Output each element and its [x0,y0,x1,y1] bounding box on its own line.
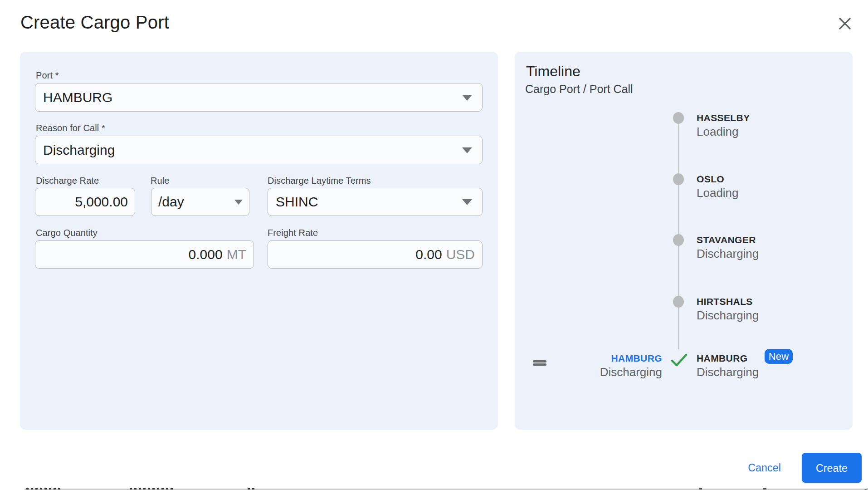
chevron-down-icon [234,200,243,205]
check-icon [670,352,688,368]
close-icon[interactable] [836,15,853,32]
discharge-laytime-terms-select[interactable]: SHINC [268,188,483,216]
timeline-dot [673,173,684,185]
timeline-item-activity: Loading [697,186,846,200]
drag-handle-bar [533,363,546,366]
discharge-rate-value: 5,000.00 [75,194,128,210]
page-bottom-text-fragment [26,488,61,490]
timeline-title: Timeline [526,63,580,80]
reason-for-call-value: Discharging [43,142,115,158]
timeline-item-port: HIRTSHALS [697,295,846,309]
page-title: Create Cargo Port [20,11,169,34]
rule-select[interactable]: /day [151,188,249,216]
chevron-down-icon [462,199,472,205]
discharge-rate-label: Discharge Rate [36,175,99,186]
timeline-dot [673,234,684,246]
cargo-quantity-input[interactable]: 0.000 MT [35,240,254,269]
timeline-subtitle: Cargo Port / Port Call [525,82,633,96]
timeline-item-activity: Loading [697,125,846,138]
drag-handle-bar [533,360,546,363]
new-badge: New [765,349,793,364]
cargo-quantity-unit: MT [227,247,246,262]
timeline-drag-label-activity: Discharging [558,365,662,379]
reason-for-call-select[interactable]: Discharging [35,136,483,164]
timeline-item-port: STAVANGER [697,233,846,247]
discharge-rate-input[interactable]: 5,000.00 [35,188,135,216]
port-label: Port * [36,70,59,81]
timeline-item-oslo: OSLO Loading [697,172,846,200]
create-button[interactable]: Create [802,453,862,483]
freight-rate-unit: USD [446,247,475,262]
page-bottom-text-fragment [763,488,766,490]
chevron-down-icon [462,95,472,101]
freight-rate-value: 0.00 [415,247,442,262]
cancel-button[interactable]: Cancel [748,461,781,474]
freight-rate-input[interactable]: 0.00 USD [268,240,483,269]
page-bottom-text-fragment [130,488,173,490]
close-icon-glyph [838,16,852,31]
timeline-dot [673,296,684,308]
discharge-laytime-terms-value: SHINC [276,194,318,210]
create-cargo-port-dialog: Create Cargo Port Port * HAMBURG Reason … [0,0,868,490]
page-bottom-text-fragment [862,485,868,490]
cargo-quantity-label: Cargo Quantity [36,227,98,238]
timeline-drag-label-port: HAMBURG [558,352,662,365]
timeline-item-stavanger: STAVANGER Discharging [697,233,846,260]
freight-rate-label: Freight Rate [268,227,318,238]
port-select-value: HAMBURG [43,90,112,105]
page-bottom-text-fragment [699,488,702,490]
timeline-item-hasselby: HASSELBY Loading [697,111,846,138]
timeline-drag-label: HAMBURG Discharging [558,352,662,379]
timeline-item-activity: Discharging [697,309,846,322]
timeline-item-port: HASSELBY [697,111,846,125]
rule-select-value: /day [158,194,184,210]
discharge-laytime-terms-label: Discharge Laytime Terms [268,175,371,186]
port-select[interactable]: HAMBURG [35,83,483,112]
reason-for-call-label: Reason for Call * [36,122,105,133]
page-bottom-text-fragment [248,488,255,490]
timeline-item-activity: Discharging [697,247,846,260]
rule-label: Rule [151,175,170,186]
timeline-dot [673,112,684,124]
timeline-item-port: OSLO [697,172,846,186]
drag-handle-icon[interactable] [533,360,546,366]
cargo-quantity-value: 0.000 [189,247,223,262]
timeline-item-hirtshals: HIRTSHALS Discharging [697,295,846,322]
chevron-down-icon [462,147,472,153]
timeline-item-activity: Discharging [697,365,846,379]
